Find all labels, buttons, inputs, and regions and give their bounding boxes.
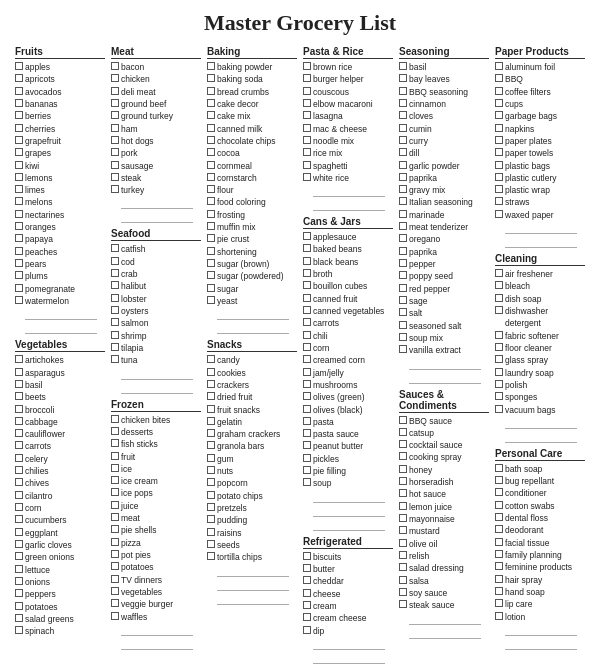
checkbox[interactable] xyxy=(303,368,311,376)
checkbox[interactable] xyxy=(15,577,23,585)
checkbox[interactable] xyxy=(15,417,23,425)
checkbox[interactable] xyxy=(399,284,407,292)
checkbox[interactable] xyxy=(303,173,311,181)
checkbox[interactable] xyxy=(303,148,311,156)
checkbox[interactable] xyxy=(111,415,119,423)
checkbox[interactable] xyxy=(15,380,23,388)
checkbox[interactable] xyxy=(399,489,407,497)
checkbox[interactable] xyxy=(111,464,119,472)
checkbox[interactable] xyxy=(111,136,119,144)
checkbox[interactable] xyxy=(495,99,503,107)
checkbox[interactable] xyxy=(207,540,215,548)
checkbox[interactable] xyxy=(303,613,311,621)
checkbox[interactable] xyxy=(495,74,503,82)
checkbox[interactable] xyxy=(207,284,215,292)
checkbox[interactable] xyxy=(303,343,311,351)
checkbox[interactable] xyxy=(207,405,215,413)
checkbox[interactable] xyxy=(15,614,23,622)
checkbox[interactable] xyxy=(399,111,407,119)
checkbox[interactable] xyxy=(111,269,119,277)
checkbox[interactable] xyxy=(111,355,119,363)
checkbox[interactable] xyxy=(111,318,119,326)
checkbox[interactable] xyxy=(303,429,311,437)
checkbox[interactable] xyxy=(495,575,503,583)
checkbox[interactable] xyxy=(15,466,23,474)
checkbox[interactable] xyxy=(111,74,119,82)
checkbox[interactable] xyxy=(207,392,215,400)
checkbox[interactable] xyxy=(111,525,119,533)
checkbox[interactable] xyxy=(207,74,215,82)
checkbox[interactable] xyxy=(15,271,23,279)
checkbox[interactable] xyxy=(207,185,215,193)
checkbox[interactable] xyxy=(207,478,215,486)
checkbox[interactable] xyxy=(303,355,311,363)
checkbox[interactable] xyxy=(207,124,215,132)
checkbox[interactable] xyxy=(207,259,215,267)
checkbox[interactable] xyxy=(15,247,23,255)
checkbox[interactable] xyxy=(303,269,311,277)
checkbox[interactable] xyxy=(303,294,311,302)
checkbox[interactable] xyxy=(111,111,119,119)
checkbox[interactable] xyxy=(495,550,503,558)
checkbox[interactable] xyxy=(399,539,407,547)
checkbox[interactable] xyxy=(303,417,311,425)
checkbox[interactable] xyxy=(15,87,23,95)
checkbox[interactable] xyxy=(495,210,503,218)
checkbox[interactable] xyxy=(111,99,119,107)
checkbox[interactable] xyxy=(15,368,23,376)
checkbox[interactable] xyxy=(495,185,503,193)
checkbox[interactable] xyxy=(399,345,407,353)
checkbox[interactable] xyxy=(399,440,407,448)
checkbox[interactable] xyxy=(495,599,503,607)
checkbox[interactable] xyxy=(111,587,119,595)
checkbox[interactable] xyxy=(303,318,311,326)
checkbox[interactable] xyxy=(207,271,215,279)
checkbox[interactable] xyxy=(399,551,407,559)
checkbox[interactable] xyxy=(207,136,215,144)
checkbox[interactable] xyxy=(15,540,23,548)
checkbox[interactable] xyxy=(207,62,215,70)
checkbox[interactable] xyxy=(15,429,23,437)
checkbox[interactable] xyxy=(111,513,119,521)
checkbox[interactable] xyxy=(111,538,119,546)
checkbox[interactable] xyxy=(15,173,23,181)
checkbox[interactable] xyxy=(495,612,503,620)
checkbox[interactable] xyxy=(207,87,215,95)
checkbox[interactable] xyxy=(15,234,23,242)
checkbox[interactable] xyxy=(495,87,503,95)
checkbox[interactable] xyxy=(207,111,215,119)
checkbox[interactable] xyxy=(207,417,215,425)
checkbox[interactable] xyxy=(399,588,407,596)
checkbox[interactable] xyxy=(303,576,311,584)
checkbox[interactable] xyxy=(495,538,503,546)
checkbox[interactable] xyxy=(207,247,215,255)
checkbox[interactable] xyxy=(399,259,407,267)
checkbox[interactable] xyxy=(303,331,311,339)
checkbox[interactable] xyxy=(15,99,23,107)
checkbox[interactable] xyxy=(15,124,23,132)
checkbox[interactable] xyxy=(15,355,23,363)
checkbox[interactable] xyxy=(495,197,503,205)
checkbox[interactable] xyxy=(399,62,407,70)
checkbox[interactable] xyxy=(399,247,407,255)
checkbox[interactable] xyxy=(495,124,503,132)
checkbox[interactable] xyxy=(399,321,407,329)
checkbox[interactable] xyxy=(111,281,119,289)
checkbox[interactable] xyxy=(399,197,407,205)
checkbox[interactable] xyxy=(111,599,119,607)
checkbox[interactable] xyxy=(15,74,23,82)
checkbox[interactable] xyxy=(111,62,119,70)
checkbox[interactable] xyxy=(111,124,119,132)
checkbox[interactable] xyxy=(399,173,407,181)
checkbox[interactable] xyxy=(495,281,503,289)
checkbox[interactable] xyxy=(207,173,215,181)
checkbox[interactable] xyxy=(303,392,311,400)
checkbox[interactable] xyxy=(495,587,503,595)
checkbox[interactable] xyxy=(399,148,407,156)
checkbox[interactable] xyxy=(303,405,311,413)
checkbox[interactable] xyxy=(495,488,503,496)
checkbox[interactable] xyxy=(303,589,311,597)
checkbox[interactable] xyxy=(399,576,407,584)
checkbox[interactable] xyxy=(207,552,215,560)
checkbox[interactable] xyxy=(303,601,311,609)
